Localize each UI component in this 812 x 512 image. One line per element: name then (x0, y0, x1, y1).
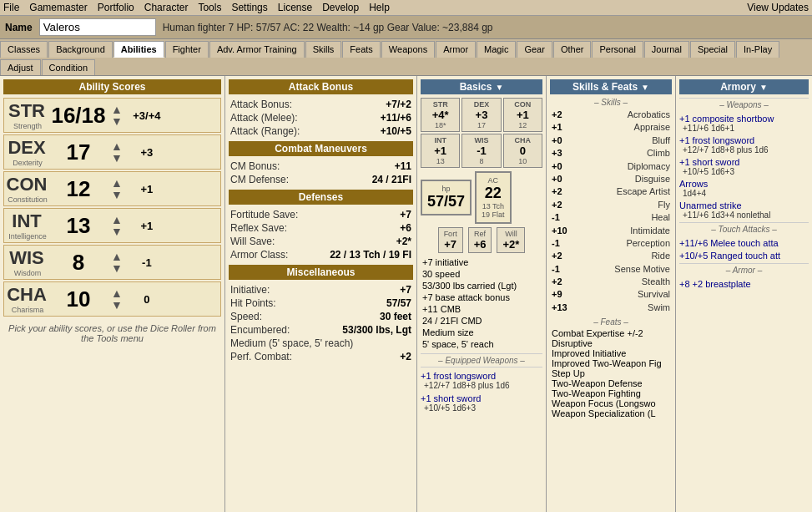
misc-row: Speed:30 feet (229, 310, 413, 323)
misc-row: Encumbered:53/300 lbs, Lgt (229, 323, 413, 337)
armory-weapon-stats: 1d4+4 (679, 189, 809, 198)
tab-special[interactable]: Special (690, 41, 735, 58)
basics-dropdown-icon[interactable]: ▼ (495, 83, 503, 92)
feat-item: Improved Initiative (550, 348, 672, 358)
hp-ac-row: hp 57/57 AC 22 13 Tch 19 Flat (421, 171, 542, 224)
feat-item: Step Up (550, 368, 672, 378)
ability-up-wis[interactable]: ▲ (111, 251, 123, 262)
skill-val: +13 (552, 302, 568, 314)
tab-journal[interactable]: Journal (644, 41, 689, 58)
stat-label: CM Defense: (230, 174, 289, 185)
tab-adv.-armor-training[interactable]: Adv. Armor Training (209, 41, 305, 58)
tab-skills[interactable]: Skills (305, 41, 342, 58)
menu-help[interactable]: Help (369, 2, 390, 13)
menu-develop[interactable]: Develop (322, 2, 359, 13)
equipped-header: – Equipped Weapons – (421, 353, 542, 368)
skill-row: +3Climb (550, 147, 672, 160)
skill-row: +0Diplomacy (550, 160, 672, 173)
tab-magic[interactable]: Magic (477, 41, 516, 58)
attack-row: Attack Bonus:+7/+2 (229, 98, 413, 111)
skill-name: Appraise (634, 121, 670, 134)
mid-panel: Basics ▼ STR+4*18*DEX+317CON+112INT+113W… (417, 76, 547, 512)
ability-down-int[interactable]: ▼ (111, 226, 123, 237)
misc-info-line: +7 base attack bonus (421, 291, 542, 303)
tab-classes[interactable]: Classes (0, 41, 48, 58)
ability-arrows: ▲ ▼ (111, 140, 123, 164)
menu-character[interactable]: Character (144, 2, 189, 13)
tab-armor[interactable]: Armor (436, 41, 476, 58)
misc-row: Hit Points:57/57 (229, 297, 413, 310)
tab-personal[interactable]: Personal (592, 41, 643, 58)
stat-label: Medium (5' space, 5' reach) (230, 337, 353, 349)
ability-up-int[interactable]: ▲ (111, 214, 123, 226)
ability-down-cha[interactable]: ▼ (111, 299, 123, 311)
skill-val: +3 (552, 147, 568, 160)
feat-item: Weapon Focus (Longswo (550, 398, 672, 408)
ability-arrows: ▲ ▼ (111, 251, 123, 274)
ability-score: 17 (49, 139, 108, 165)
skills-dropdown-icon[interactable]: ▼ (641, 83, 649, 92)
ability-list: STR Strength 16/18 ▲ ▼ +3/+4 DEX Dexteri… (3, 98, 221, 317)
ability-up-con[interactable]: ▲ (111, 177, 123, 189)
armory-header: Armory ▼ (679, 79, 809, 94)
feat-item: Improved Two-Weapon Fig (550, 358, 672, 368)
skill-row: +2Escape Artist (550, 185, 672, 198)
skills-list: +2Acrobatics+1Appraise+0Bluff+3Climb+0Di… (550, 109, 672, 314)
armory-touch: +11/+6 Melee touch atta+10/+5 Ranged tou… (679, 238, 809, 261)
ability-abbr: CHA (6, 284, 48, 306)
tab-feats[interactable]: Feats (342, 41, 381, 58)
feat-item: Two-Weapon Fighting (550, 388, 672, 398)
ability-down-wis[interactable]: ▼ (111, 262, 123, 274)
armory-weapon-name: +1 frost longsword (679, 135, 809, 145)
tab-gear[interactable]: Gear (517, 41, 552, 58)
stat-label: Will Save: (230, 236, 275, 247)
tab-abilities[interactable]: Abilities (113, 41, 164, 58)
ability-down-dex[interactable]: ▼ (111, 152, 123, 164)
ability-name: Wisdom (6, 269, 49, 277)
ability-up-str[interactable]: ▲ (111, 104, 123, 115)
ability-up-cha[interactable]: ▲ (111, 287, 123, 299)
stat-label: Fortitude Save: (230, 209, 298, 221)
touch-header: – Touch Attacks – (679, 222, 809, 236)
feat-item: Disruptive (550, 338, 672, 348)
stat-value: +7/+2 (386, 99, 411, 110)
tab-weapons[interactable]: Weapons (381, 41, 435, 58)
ability-score: 8 (49, 250, 108, 276)
menu-file[interactable]: File (3, 2, 19, 13)
armory-dropdown-icon[interactable]: ▼ (759, 83, 768, 92)
ability-name: Dexterity (6, 159, 49, 167)
tab-background[interactable]: Background (48, 41, 113, 58)
misc-info-line: +7 initiative (421, 256, 542, 268)
attack-rows: Attack Bonus:+7/+2Attack (Melee):+11/+6A… (229, 98, 413, 138)
char-info: Human fighter 7 HP: 57/57 AC: 22 Wealth:… (163, 22, 493, 33)
menu-settings[interactable]: Settings (231, 2, 267, 13)
defense-row: Armor Class:22 / 13 Tch / 19 FI (229, 248, 413, 261)
name-input[interactable] (39, 18, 156, 36)
tab-adjust[interactable]: Adjust (0, 59, 41, 75)
mini-stat-wis: WIS-18 (461, 134, 501, 168)
stat-value: 24 / 21FI (372, 174, 411, 185)
tab-fighter[interactable]: Fighter (165, 41, 209, 58)
menu-tools[interactable]: Tools (198, 2, 221, 13)
tab-in-play[interactable]: In-Play (736, 41, 779, 58)
view-updates-button[interactable]: View Updates (747, 2, 809, 13)
skill-name: Heal (651, 211, 670, 224)
stat-value: +2 (400, 351, 411, 362)
ability-score: 10 (49, 286, 108, 312)
stat-label: Attack (Melee): (230, 112, 298, 124)
armory-weapon-stats: +11/+6 1d3+4 nonlethal (679, 210, 809, 220)
tab-condition[interactable]: Condition (42, 59, 95, 75)
skill-row: +9Survival (550, 288, 672, 301)
misc-info-line: 5' space, 5' reach (421, 338, 542, 350)
menu-license[interactable]: License (278, 2, 312, 13)
tab-other[interactable]: Other (553, 41, 592, 58)
ability-down-con[interactable]: ▼ (111, 189, 123, 200)
ability-down-str[interactable]: ▼ (111, 115, 123, 127)
menu-gamemaster[interactable]: Gamemaster (29, 2, 87, 13)
skill-row: +10Intimidate (550, 225, 672, 237)
skill-val: -1 (552, 211, 568, 224)
menu-portfolio[interactable]: Portfolio (98, 2, 134, 13)
defense-row: Fortitude Save:+7 (229, 208, 413, 221)
misc-info: +7 initiative30 speed53/300 lbs carried … (421, 256, 542, 350)
ability-up-dex[interactable]: ▲ (111, 140, 123, 152)
